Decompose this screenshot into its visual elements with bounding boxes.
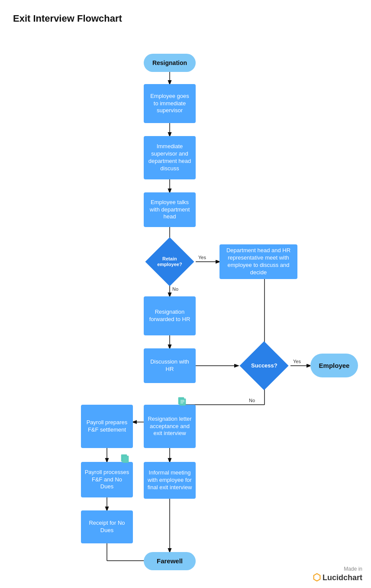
informal-meeting-node: Informal meeting with employee for final… bbox=[144, 462, 196, 499]
success-diamond: Success? bbox=[239, 341, 288, 390]
page-title: Exit Interview Flowchart bbox=[13, 13, 362, 24]
svg-rect-24 bbox=[180, 399, 186, 406]
lucidchart-logo: ⬡ Lucidchart bbox=[313, 572, 362, 583]
page: Exit Interview Flowchart bbox=[0, 0, 371, 588]
dept-hr-meet-node: Department head and HR representative me… bbox=[219, 244, 297, 279]
employee-supervisor-node: Employee goes to immediate supervisor bbox=[144, 84, 196, 123]
farewell-node: Farewell bbox=[144, 552, 196, 570]
employee-node: Employee bbox=[310, 354, 358, 377]
retain-diamond-wrap: Retain employee? bbox=[144, 244, 196, 279]
resignation-letter-node: Resignation letter acceptance and exit i… bbox=[144, 405, 196, 448]
success-diamond-wrap: Success? bbox=[238, 348, 290, 383]
svg-text:No: No bbox=[172, 286, 178, 292]
lucidchart-icon: ⬡ bbox=[313, 572, 321, 583]
svg-rect-29 bbox=[123, 456, 129, 463]
receipt-no-dues-node: Receipt for No Dues bbox=[81, 510, 133, 543]
svg-text:No: No bbox=[249, 398, 255, 403]
supervisor-discuss-node: Immediate supervisor and department head… bbox=[144, 136, 196, 179]
employee-dept-node: Employee talks with department head bbox=[144, 192, 196, 227]
brand-label: Lucidchart bbox=[323, 573, 362, 582]
payroll-process-node: Payroll processes F&F and No Dues bbox=[81, 462, 133, 497]
retain-diamond: Retain employee? bbox=[145, 237, 194, 286]
flowchart: Yes No Yes No Resignation Employee goes … bbox=[9, 33, 364, 579]
payroll-ff-node: Payroll prepares F&F settlement bbox=[81, 405, 133, 448]
watermark: Made in ⬡ Lucidchart bbox=[313, 566, 362, 583]
resignation-node: Resignation bbox=[144, 54, 196, 72]
svg-text:Yes: Yes bbox=[198, 255, 206, 260]
made-in-label: Made in bbox=[344, 566, 362, 572]
discussion-hr-node: Discussion with HR bbox=[144, 348, 196, 383]
svg-text:Yes: Yes bbox=[293, 359, 301, 364]
resignation-hr-node: Resignation forwarded to HR bbox=[144, 296, 196, 335]
